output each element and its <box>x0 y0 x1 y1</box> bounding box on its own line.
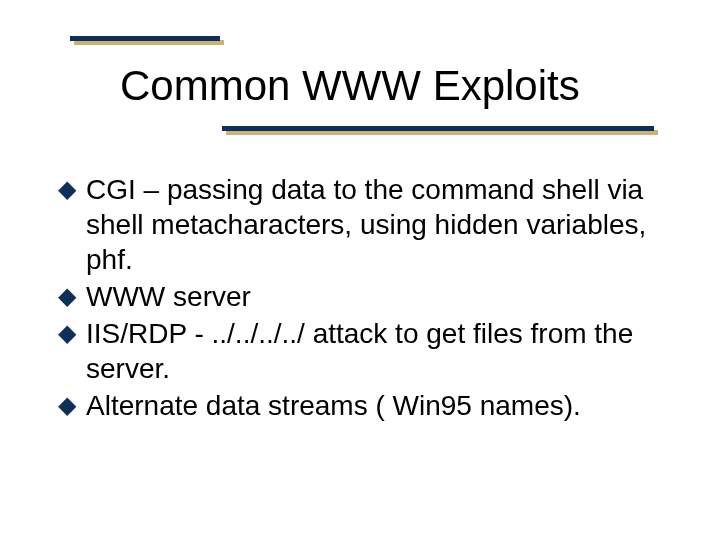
list-item: ◆ Alternate data streams ( Win95 names). <box>58 388 658 423</box>
bullet-text: IIS/RDP - ../../../../ attack to get fil… <box>86 316 658 386</box>
slide-title: Common WWW Exploits <box>120 62 580 110</box>
list-item: ◆ CGI – passing data to the command shel… <box>58 172 658 277</box>
bullet-text: WWW server <box>86 279 658 314</box>
slide: Common WWW Exploits ◆ CGI – passing data… <box>0 0 720 540</box>
bullet-list: ◆ CGI – passing data to the command shel… <box>58 172 658 425</box>
diamond-bullet-icon: ◆ <box>58 172 76 206</box>
top-rule-bar <box>70 36 220 41</box>
diamond-bullet-icon: ◆ <box>58 279 76 313</box>
diamond-bullet-icon: ◆ <box>58 388 76 422</box>
bullet-text: Alternate data streams ( Win95 names). <box>86 388 658 423</box>
list-item: ◆ WWW server <box>58 279 658 314</box>
diamond-bullet-icon: ◆ <box>58 316 76 350</box>
bullet-text: CGI – passing data to the command shell … <box>86 172 658 277</box>
title-underline-bar <box>222 126 654 131</box>
list-item: ◆ IIS/RDP - ../../../../ attack to get f… <box>58 316 658 386</box>
